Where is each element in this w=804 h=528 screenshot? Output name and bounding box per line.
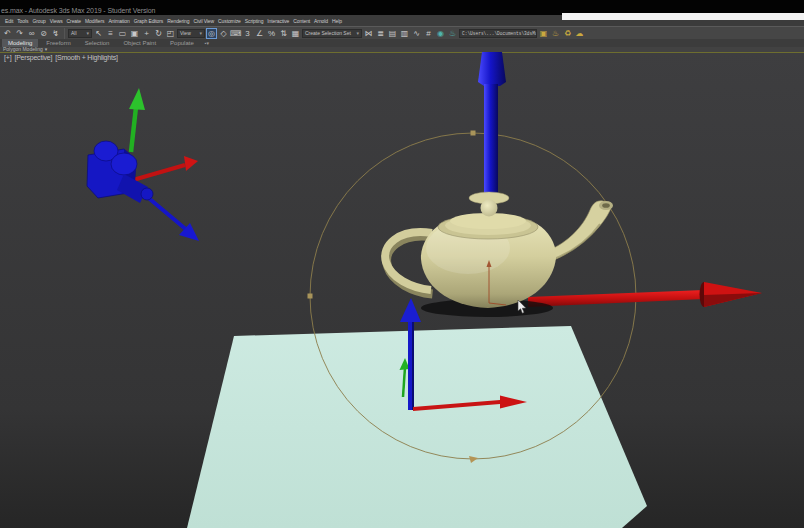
chevron-down-icon: ▾ [199, 30, 202, 36]
tab-populate[interactable]: Populate [164, 39, 200, 47]
menu-item-civil-view[interactable]: Civil View [193, 18, 214, 24]
render-setup-icon[interactable]: ♨ [447, 28, 458, 39]
toggle-scene-explorer-icon[interactable]: ▤ [387, 28, 398, 39]
select-and-scale-icon[interactable]: ◰ [165, 28, 176, 39]
ground-plane[interactable] [187, 326, 647, 528]
reference-coordinate-system-dropdown[interactable]: View ▾ [177, 29, 205, 38]
redo-icon[interactable]: ↷ [14, 28, 25, 39]
snap-toggle-3d-icon[interactable]: 3 [242, 28, 253, 39]
selection-filter-dropdown[interactable]: All ▾ [68, 29, 92, 38]
menu-item-tools[interactable]: Tools [17, 18, 28, 24]
select-and-link-icon[interactable]: ∞ [26, 28, 37, 39]
selection-filter-value: All [71, 30, 77, 36]
ribbon-tabs: ModelingFreeformSelectionObject PaintPop… [0, 39, 804, 47]
viewport-pov-menu[interactable]: [Perspective] [14, 54, 52, 61]
viewport-label: [+] [Perspective] [Smooth + Highlights] [4, 54, 118, 61]
toolbar-selection-transform-group: ↖≡▭▣+↻◰ [93, 28, 176, 39]
curve-editor-icon[interactable]: ∿ [411, 28, 422, 39]
viewport-shading-menu[interactable]: [Smooth + Highlights] [55, 54, 118, 61]
spinner-snap-toggle-icon[interactable]: ⇅ [278, 28, 289, 39]
3dsmax-window: es.max - Autodesk 3ds Max 2019 - Student… [0, 0, 804, 528]
menu-item-interactive[interactable]: Interactive [267, 18, 289, 24]
menu-item-animation[interactable]: Animation [108, 18, 129, 24]
ribbon-panel-row: Polygon Modeling ▾ [0, 47, 804, 52]
toolbar-separator [64, 28, 65, 39]
tab-selection[interactable]: Selection [79, 39, 116, 47]
menu-item-modifiers[interactable]: Modifiers [85, 18, 104, 24]
ring-handle-left[interactable] [308, 294, 313, 299]
menu-item-content[interactable]: Content [293, 18, 310, 24]
select-and-rotate-icon[interactable]: ↻ [153, 28, 164, 39]
rendered-frame-window-icon[interactable]: ▣ [538, 28, 549, 39]
angle-snap-toggle-icon[interactable]: ∠ [254, 28, 265, 39]
menu-item-help[interactable]: Help [332, 18, 342, 24]
menu-item-edit[interactable]: Edit [5, 18, 13, 24]
rectangular-selection-region-icon[interactable]: ▭ [117, 28, 128, 39]
select-and-move-icon[interactable]: + [141, 28, 152, 39]
ring-handle-top[interactable] [471, 131, 476, 136]
menu-item-customize[interactable]: Customize [218, 18, 241, 24]
chevron-down-icon: ▾ [45, 47, 48, 52]
background-window-strip [562, 13, 804, 20]
toolbar-history-link-group: ↶↷∞⊘↯ [2, 28, 61, 39]
project-folder-value: C:\Users\...\Documents\3dsMax [462, 31, 537, 36]
menu-item-arnold[interactable]: Arnold [314, 18, 328, 24]
render-production-icon[interactable]: ♨ [550, 28, 561, 39]
menu-item-graph-editors[interactable]: Graph Editors [134, 18, 164, 24]
undo-icon[interactable]: ↶ [2, 28, 13, 39]
ribbon-panel-label[interactable]: Polygon Modeling [3, 47, 43, 52]
use-pivot-point-center-icon[interactable]: ◎ [206, 28, 217, 39]
bind-to-space-warp-icon[interactable]: ↯ [50, 28, 61, 39]
menu-item-group[interactable]: Group [32, 18, 45, 24]
render-in-cloud-icon[interactable]: ☁ [574, 28, 585, 39]
menu-item-scripting[interactable]: Scripting [245, 18, 264, 24]
viewport-general-menu[interactable]: [+] [4, 54, 11, 61]
menu-item-views[interactable]: Views [50, 18, 63, 24]
reference-coordinate-value: View [180, 30, 191, 36]
toggle-layer-explorer-icon[interactable]: ▥ [399, 28, 410, 39]
render-iterative-icon[interactable]: ♻ [562, 28, 573, 39]
edit-named-selection-sets-icon[interactable]: ▦ [290, 28, 301, 39]
menu-item-create[interactable]: Create [67, 18, 81, 24]
keyboard-shortcut-override-icon[interactable]: ⌨ [230, 28, 241, 39]
percent-snap-toggle-icon[interactable]: % [266, 28, 277, 39]
named-selection-set-dropdown[interactable]: Create Selection Set ▾ [302, 29, 362, 38]
viewport-perspective[interactable]: [+] [Perspective] [Smooth + Highlights] [0, 52, 804, 528]
named-selection-set-value: Create Selection Set [305, 30, 351, 36]
chevron-down-icon: ▾ [356, 30, 359, 36]
ribbon-minimize-icon[interactable]: ▪▾ [202, 39, 212, 47]
window-title: es.max - Autodesk 3ds Max 2019 - Student… [1, 7, 155, 14]
select-and-manipulate-icon[interactable]: ◇ [218, 28, 229, 39]
select-object-icon[interactable]: ↖ [93, 28, 104, 39]
project-folder-dropdown[interactable]: C:\Users\...\Documents\3dsMax ▾ [459, 29, 537, 38]
unlink-selection-icon[interactable]: ⊘ [38, 28, 49, 39]
tab-object-paint[interactable]: Object Paint [117, 39, 162, 47]
camera-reel-icon [111, 153, 137, 175]
material-editor-icon[interactable]: ◉ [435, 28, 446, 39]
window-crossing-toggle-icon[interactable]: ▣ [129, 28, 140, 39]
toolbar-tools-group: ⋈≣▤▥∿#◉♨ [363, 28, 458, 39]
select-by-name-icon[interactable]: ≡ [105, 28, 116, 39]
schematic-view-icon[interactable]: # [423, 28, 434, 39]
mirror-icon[interactable]: ⋈ [363, 28, 374, 39]
main-toolbar: ↶↷∞⊘↯ All ▾ ↖≡▭▣+↻◰ View ▾ ◎◇⌨3∠%⇅▦ Crea… [0, 26, 804, 39]
toolbar-snap-group: ◎◇⌨3∠%⇅▦ [206, 28, 301, 39]
teapot-knob [481, 200, 498, 217]
viewport-canvas[interactable] [0, 52, 804, 528]
align-icon[interactable]: ≣ [375, 28, 386, 39]
toolbar-render-group: ▣♨♻☁ [538, 28, 585, 39]
chevron-down-icon: ▾ [86, 30, 89, 36]
menu-item-rendering[interactable]: Rendering [167, 18, 189, 24]
